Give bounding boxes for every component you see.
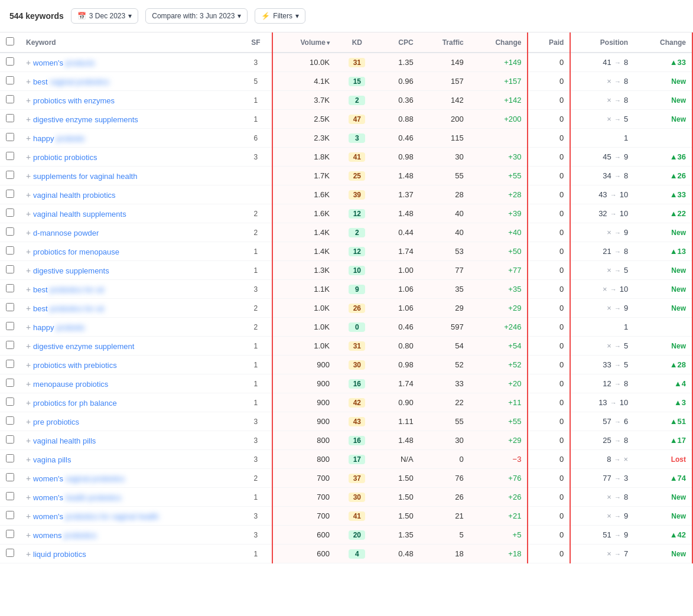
row-checkbox[interactable] xyxy=(6,95,14,103)
keyword-cell[interactable]: + happy probiotic xyxy=(20,318,240,337)
keyword-cell[interactable]: + d-mannose powder xyxy=(20,223,240,242)
pos-change-header[interactable]: Change xyxy=(634,32,692,53)
keyword-cell[interactable]: + women's health probiotics xyxy=(20,488,240,507)
row-checkbox[interactable] xyxy=(6,265,14,273)
expand-button[interactable]: + xyxy=(26,322,33,332)
row-checkbox[interactable] xyxy=(6,322,14,330)
keyword-header[interactable]: Keyword xyxy=(20,32,240,53)
expand-button[interactable]: + xyxy=(26,77,33,86)
row-checkbox[interactable] xyxy=(6,511,14,519)
keyword-cell[interactable]: + probiotics for ph balance xyxy=(20,393,240,412)
row-checkbox[interactable] xyxy=(6,549,14,557)
expand-button[interactable]: + xyxy=(26,493,33,502)
keyword-cell[interactable]: + probiotic probiotics xyxy=(20,148,240,167)
row-checkbox-cell[interactable] xyxy=(0,261,20,280)
expand-button[interactable]: + xyxy=(26,379,33,389)
expand-button[interactable]: + xyxy=(26,511,33,521)
row-checkbox-cell[interactable] xyxy=(0,337,20,356)
row-checkbox-cell[interactable] xyxy=(0,185,20,204)
row-checkbox[interactable] xyxy=(6,114,14,122)
row-checkbox[interactable] xyxy=(6,227,14,236)
row-checkbox-cell[interactable] xyxy=(0,431,20,450)
row-checkbox[interactable] xyxy=(6,190,14,198)
row-checkbox[interactable] xyxy=(6,530,14,538)
row-checkbox-cell[interactable] xyxy=(0,469,20,488)
expand-button[interactable]: + xyxy=(26,549,33,559)
row-checkbox-cell[interactable] xyxy=(0,526,20,545)
paid-header[interactable]: Paid xyxy=(528,32,570,53)
row-checkbox-cell[interactable] xyxy=(0,356,20,374)
cpc-header[interactable]: CPC xyxy=(379,32,419,53)
row-checkbox[interactable] xyxy=(6,76,14,84)
expand-button[interactable]: + xyxy=(26,304,33,313)
keyword-cell[interactable]: + vaginal health probiotics xyxy=(20,185,240,204)
keyword-cell[interactable]: + vaginal health pills xyxy=(20,431,240,450)
compare-button[interactable]: Compare with: 3 Jun 2023 ▾ xyxy=(145,8,248,24)
row-checkbox[interactable] xyxy=(6,416,14,425)
expand-button[interactable]: + xyxy=(26,360,33,370)
expand-button[interactable]: + xyxy=(26,436,33,445)
expand-button[interactable]: + xyxy=(26,228,33,237)
expand-button[interactable]: + xyxy=(26,58,33,67)
row-checkbox-cell[interactable] xyxy=(0,72,20,91)
row-checkbox-cell[interactable] xyxy=(0,545,20,563)
row-checkbox[interactable] xyxy=(6,454,14,462)
expand-button[interactable]: + xyxy=(26,247,33,256)
keyword-cell[interactable]: + liquid probiotics xyxy=(20,545,240,563)
keyword-cell[interactable]: + probiotics for menopause xyxy=(20,242,240,261)
row-checkbox-cell[interactable] xyxy=(0,223,20,242)
row-checkbox[interactable] xyxy=(6,492,14,500)
keyword-cell[interactable]: + women's probiotics for vaginal health xyxy=(20,507,240,526)
row-checkbox[interactable] xyxy=(6,341,14,349)
change-header[interactable]: Change xyxy=(470,32,528,53)
expand-button[interactable]: + xyxy=(26,474,33,483)
select-all-checkbox[interactable] xyxy=(6,37,14,45)
kd-header[interactable]: KD xyxy=(336,32,379,53)
row-checkbox-cell[interactable] xyxy=(0,450,20,469)
keyword-cell[interactable]: + vaginal health supplements xyxy=(20,204,240,223)
keyword-cell[interactable]: + best probiotics for uti xyxy=(20,280,240,299)
expand-button[interactable]: + xyxy=(26,96,33,105)
row-checkbox[interactable] xyxy=(6,360,14,368)
row-checkbox-cell[interactable] xyxy=(0,91,20,110)
expand-button[interactable]: + xyxy=(26,341,33,351)
row-checkbox-cell[interactable] xyxy=(0,110,20,129)
row-checkbox-cell[interactable] xyxy=(0,488,20,507)
expand-button[interactable]: + xyxy=(26,209,33,219)
keyword-cell[interactable]: + digestive enzyme supplement xyxy=(20,337,240,356)
filters-button[interactable]: ⚡ Filters ▾ xyxy=(255,8,305,24)
sf-header[interactable]: SF xyxy=(240,32,272,53)
row-checkbox-cell[interactable] xyxy=(0,507,20,526)
expand-button[interactable]: + xyxy=(26,455,33,464)
row-checkbox[interactable] xyxy=(6,284,14,292)
expand-button[interactable]: + xyxy=(26,530,33,540)
position-header[interactable]: Position xyxy=(570,32,634,53)
expand-button[interactable]: + xyxy=(26,266,33,275)
volume-header[interactable]: Volume▾ xyxy=(272,32,336,53)
keyword-cell[interactable]: + digestive supplements xyxy=(20,261,240,280)
keyword-cell[interactable]: + probiotics with prebiotics xyxy=(20,356,240,374)
keyword-cell[interactable]: + happy probiotic xyxy=(20,129,240,148)
row-checkbox[interactable] xyxy=(6,397,14,406)
row-checkbox[interactable] xyxy=(6,57,14,66)
row-checkbox[interactable] xyxy=(6,303,14,311)
expand-button[interactable]: + xyxy=(26,152,33,162)
keyword-cell[interactable]: + supplements for vaginal health xyxy=(20,167,240,185)
keyword-cell[interactable]: + women's vaginal probiotics xyxy=(20,469,240,488)
row-checkbox[interactable] xyxy=(6,208,14,217)
row-checkbox-cell[interactable] xyxy=(0,148,20,167)
row-checkbox-cell[interactable] xyxy=(0,53,20,72)
row-checkbox-cell[interactable] xyxy=(0,129,20,148)
keyword-cell[interactable]: + women's products xyxy=(20,53,240,72)
row-checkbox[interactable] xyxy=(6,246,14,255)
row-checkbox-cell[interactable] xyxy=(0,167,20,185)
row-checkbox-cell[interactable] xyxy=(0,299,20,318)
traffic-header[interactable]: Traffic xyxy=(419,32,470,53)
keyword-cell[interactable]: + digestive enzyme supplements xyxy=(20,110,240,129)
keyword-cell[interactable]: + probiotics with enzymes xyxy=(20,91,240,110)
row-checkbox-cell[interactable] xyxy=(0,374,20,393)
row-checkbox[interactable] xyxy=(6,435,14,444)
row-checkbox[interactable] xyxy=(6,473,14,481)
keyword-cell[interactable]: + best probiotics for uti xyxy=(20,299,240,318)
row-checkbox[interactable] xyxy=(6,171,14,179)
